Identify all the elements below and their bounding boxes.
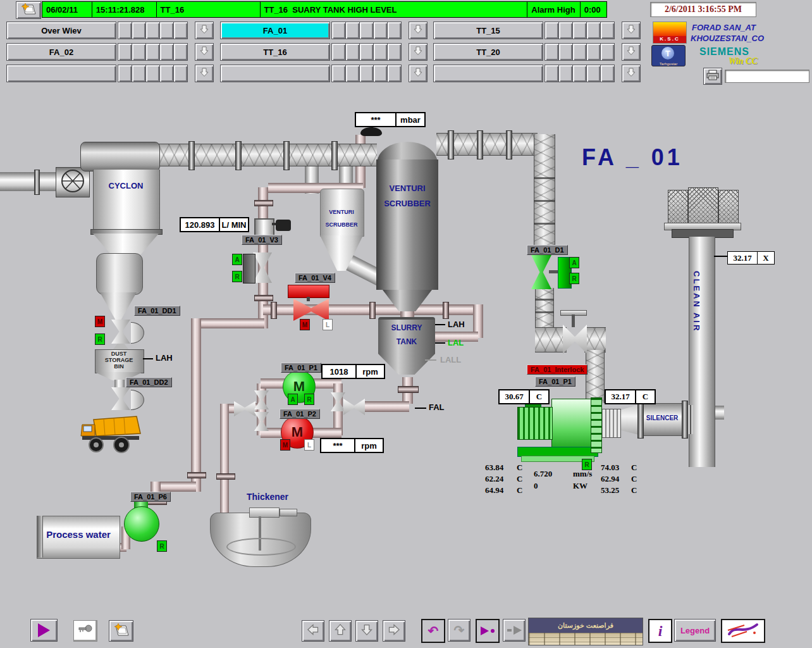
nav-dropdown-button[interactable]: [409, 22, 428, 39]
alarm-line[interactable]: 06/02/11 15:11:21.828 TT_16 TT_16 SUARY …: [42, 1, 607, 18]
p1-remote-status: R: [304, 394, 314, 405]
p2-tag[interactable]: FA_01_P2: [280, 409, 320, 419]
lah-label: LAH: [448, 320, 465, 329]
p2-speed-value: ***: [320, 438, 355, 453]
nav-button-blank-1[interactable]: [6, 65, 116, 82]
stack-stub: [714, 406, 724, 420]
nav-dropdown-button[interactable]: [195, 43, 214, 61]
alarm-message: TT_16 SUARY TANK HIGH LEVEL: [261, 2, 528, 17]
nav-button-overview[interactable]: Over Wiev: [6, 22, 116, 39]
forward-button[interactable]: ↷: [448, 619, 471, 642]
login-button[interactable]: [73, 620, 97, 642]
slurry-tank-cone: [378, 354, 435, 375]
arrow-down-icon: [360, 623, 373, 639]
d1-tag[interactable]: FA_01_D1: [527, 245, 568, 255]
dd1-manual-status: M: [95, 316, 105, 327]
v3-valve[interactable]: [253, 252, 272, 283]
nav-button-fa02[interactable]: FA_02: [6, 43, 116, 61]
p1-motor-letter: M: [293, 378, 305, 395]
nav-button-blank-3[interactable]: [433, 65, 543, 82]
lah-tick: [435, 324, 445, 325]
fan-motor[interactable]: [517, 407, 553, 440]
signature-button[interactable]: [721, 619, 765, 643]
step-forward-button[interactable]: [476, 619, 500, 643]
process-water-label: Process water: [39, 529, 118, 540]
duct-ring: [535, 299, 554, 301]
flange: [477, 130, 483, 159]
fan-temps-right: 74.03 C 62.94 C 53.25 C: [601, 463, 648, 497]
alarm-log-button[interactable]: [109, 620, 133, 642]
nav-cell: [173, 22, 188, 39]
duct-down-to-damper: [534, 134, 555, 246]
info-button[interactable]: i: [648, 619, 672, 643]
p6-tag[interactable]: FA_01_P6: [130, 492, 171, 502]
nav-cell: [132, 65, 146, 82]
step-last-button[interactable]: [503, 619, 526, 642]
nav-left-button[interactable]: [302, 620, 324, 642]
v3-tag[interactable]: FA_01_V3: [242, 235, 282, 245]
temp-right-2-value: 62.94: [601, 474, 631, 486]
back-button[interactable]: ↶: [421, 619, 445, 643]
v3-auto-status: A: [232, 254, 242, 265]
flange: [398, 386, 419, 393]
stack-emission-unit: X: [757, 251, 775, 265]
v4-tag[interactable]: FA_01_V4: [295, 273, 335, 283]
nav-button-fa01-active[interactable]: FA_01: [220, 22, 330, 39]
printer-field[interactable]: [725, 70, 809, 83]
interlock-tag[interactable]: FA_01_Interlock: [527, 364, 587, 375]
pump-p6[interactable]: [124, 506, 159, 542]
p2-speed-indicator: *** rpm: [321, 438, 384, 453]
fan-vibration-power: 6.720 mm/s 0 KW: [534, 469, 598, 494]
dd1-tag[interactable]: FA_01_DD1: [134, 306, 180, 316]
nav-dropdown-button[interactable]: [622, 65, 641, 82]
print-button[interactable]: [703, 68, 722, 85]
ksc-logo-text: K.S.C: [653, 36, 686, 43]
v4-valve[interactable]: [293, 299, 329, 321]
dd2-rotary-valve[interactable]: [111, 387, 130, 410]
nav-cell: [118, 22, 132, 39]
nav-cell: [345, 22, 360, 39]
runtime-start-button[interactable]: [30, 619, 58, 642]
pipe-segment: [191, 318, 201, 492]
nav-dropdown-button[interactable]: [195, 65, 214, 82]
nav-dropdown-button[interactable]: [195, 22, 214, 39]
bin-neck: [114, 380, 125, 387]
fan-p1-tag[interactable]: FA_01_P1: [535, 377, 575, 387]
dd1-rotary-valve[interactable]: [111, 320, 130, 344]
nav-cell: [118, 65, 132, 82]
dust-bin-label-line3: BIN: [95, 363, 143, 370]
flange: [254, 200, 273, 206]
p1-tag[interactable]: FA_01_P1: [281, 363, 321, 373]
nav-dropdown-button[interactable]: [409, 65, 428, 82]
nav-cell: [373, 43, 388, 61]
nav-dropdown-button[interactable]: [622, 22, 641, 39]
flange: [443, 302, 449, 319]
nav-cell: [118, 43, 132, 61]
dd2-tag[interactable]: FA_01_DD2: [126, 377, 172, 387]
nav-dropdown-button[interactable]: [409, 43, 428, 61]
pressure-value: ***: [355, 112, 397, 127]
dust-bin-label: DUST STORAGE BIN: [95, 351, 143, 370]
nav-button-tt16[interactable]: TT_16: [220, 43, 330, 61]
thickener-line-valve[interactable]: [234, 401, 255, 416]
duct-ring: [534, 223, 555, 225]
nav-dropdown-button[interactable]: [622, 43, 641, 61]
nav-button-tt15[interactable]: TT_15: [433, 22, 543, 39]
nav-up-button[interactable]: [329, 620, 352, 642]
nav-button-blank-2[interactable]: [220, 65, 330, 82]
manual-damper-valve[interactable]: [563, 325, 587, 354]
legend-button[interactable]: Legend: [674, 619, 716, 642]
alarm-list-button[interactable]: [16, 1, 41, 19]
nav-down-button[interactable]: [355, 620, 378, 642]
play-icon: [38, 623, 50, 637]
banner-image: فراصنعت خوزستان: [528, 618, 643, 645]
nav-button-tt20[interactable]: TT_20: [433, 43, 543, 61]
nav-cell: [544, 43, 559, 61]
nav-cell: [145, 43, 160, 61]
nav-cell: [586, 22, 601, 39]
slurry-outlet-valve[interactable]: [343, 399, 365, 415]
cyclone-lower-vessel: [96, 253, 143, 295]
nav-right-button[interactable]: [383, 620, 405, 642]
chevron-down-icon: [413, 67, 423, 80]
nav-cell: [173, 43, 188, 61]
